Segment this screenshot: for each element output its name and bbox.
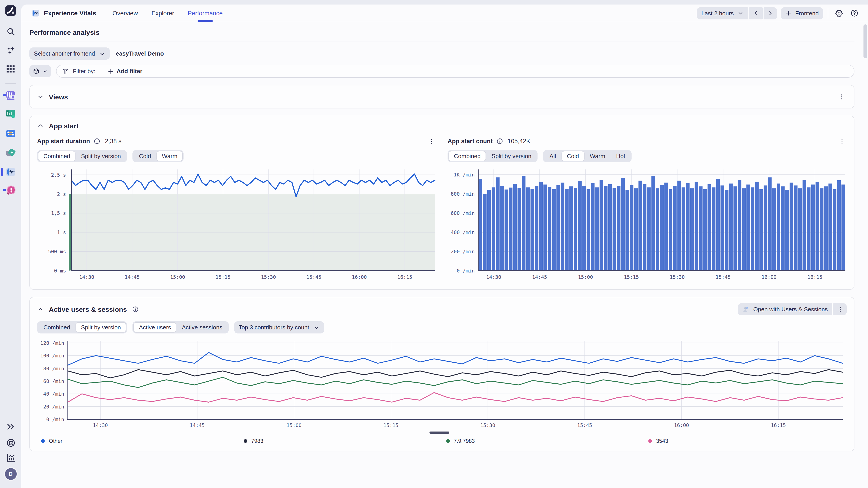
legend-item-3543[interactable]: 3543 [645,438,847,444]
main-window: Experience Vitals Overview Explorer Perf… [21,4,868,488]
svg-text:16:00: 16:00 [762,274,776,280]
segment-split-by-version[interactable]: Split by version [76,151,126,161]
cube-icon [33,68,40,75]
segment-cold[interactable]: Cold [133,151,157,161]
expand-rail-icon[interactable] [0,422,21,431]
segment-split-by-version[interactable]: Split by version [76,322,126,332]
add-frontend-button[interactable]: Frontend [781,7,823,19]
segment-all[interactable]: All [544,151,561,161]
collapse-chevron-down-icon[interactable] [37,93,44,100]
svg-text:40 /min: 40 /min [43,391,64,397]
svg-text:800 /min: 800 /min [451,191,475,197]
duration-value: 2,38 s [105,138,122,144]
active-kebab-menu[interactable] [833,303,847,315]
svg-text:14:45: 14:45 [190,422,205,428]
svg-text:15:30: 15:30 [261,274,276,280]
tab-overview[interactable]: Overview [112,10,138,17]
apps-grid-icon[interactable] [0,64,21,74]
segmented-control: CombinedSplit by version [447,150,538,162]
svg-text:2,5 s: 2,5 s [51,172,66,178]
segment-hot[interactable]: Hot [611,151,631,161]
svg-text:80 /min: 80 /min [43,366,64,371]
duration-chart[interactable]: 2,5 s2 s1,5 s1 s500 ms0 ms14:3014:4515:0… [37,167,437,283]
chevron-down-icon [42,68,48,74]
app-icon-experience-vitals-active[interactable] [0,166,21,177]
app-icon-problems[interactable] [0,185,21,196]
app-icon-dashboards[interactable] [0,108,21,120]
legend-label: Other [49,438,62,444]
settings-gear-icon[interactable] [833,7,845,20]
legend-dot [41,439,45,443]
info-icon[interactable] [94,138,100,144]
svg-text:15:15: 15:15 [215,274,230,280]
segment-cold[interactable]: Cold [561,151,585,161]
help-icon[interactable] [848,7,861,20]
count-value: 105,42K [508,138,530,144]
user-avatar[interactable]: D [0,468,21,480]
tab-performance[interactable]: Performance [188,10,223,17]
select-frontend-label: Select another frontend [34,50,95,57]
experience-vitals-app: D Experience Vitals Overview Explorer Pe… [0,0,868,488]
app-icon-workflows[interactable] [0,128,21,139]
collapse-chevron-up-icon[interactable] [37,306,44,313]
support-lifebuoy-icon[interactable] [0,438,21,448]
scope-cube-dropdown[interactable] [29,65,51,77]
rail-divider [5,83,16,84]
select-frontend-dropdown[interactable]: Select another frontend [29,47,110,60]
app-icon-clouds[interactable] [0,147,21,158]
dynatrace-logo-icon[interactable] [0,4,21,17]
views-section: Views [29,85,855,108]
app-start-count-panel: App start count 105,42K CombinedSplit by… [447,136,847,283]
chevron-right-icon [767,10,774,16]
segment-active-users[interactable]: Active users [133,322,177,332]
search-icon[interactable] [0,27,21,37]
svg-text:15:15: 15:15 [624,274,639,280]
segment-active-sessions[interactable]: Active sessions [176,322,228,332]
time-forward-button[interactable] [764,7,777,19]
duration-kebab-menu[interactable] [426,135,437,147]
contributors-dropdown[interactable]: Top 3 contributors by count [234,321,324,333]
plus-icon [785,10,792,16]
info-icon[interactable] [496,138,503,144]
segment-combined[interactable]: Combined [448,151,486,161]
ai-sparkles-icon[interactable] [0,45,21,55]
legend-item-other[interactable]: Other [37,438,240,444]
chevron-down-icon [99,51,105,57]
open-with-users-sessions-button[interactable]: Open with Users & Sessions [738,303,832,315]
svg-text:14:45: 14:45 [532,274,547,280]
legend-item-7983[interactable]: 7983 [240,438,442,444]
header-divider [828,8,828,19]
filter-by-label: Filter by: [73,68,95,74]
views-kebab-menu[interactable] [836,91,847,102]
chart-horizontal-scrollbar-thumb[interactable] [430,431,450,434]
count-kebab-menu[interactable] [836,135,847,147]
segment-warm[interactable]: Warm [156,151,183,161]
app-start-title: App start [49,122,79,130]
segment-combined[interactable]: Combined [38,322,76,332]
svg-text:400 /min: 400 /min [451,230,475,235]
vertical-scrollbar-thumb[interactable] [864,24,867,58]
svg-text:0 /min: 0 /min [457,268,475,273]
count-chart[interactable]: 1K /min800 /min600 /min400 /min200 /min0… [447,167,847,283]
active-users-chart[interactable]: 120 /min100 /min80 /min60 /min40 /min20 … [37,338,847,430]
collapse-chevron-up-icon[interactable] [37,123,44,129]
chart-legend: Other79837.9.79833543 [37,438,847,444]
page-content: Performance analysis Select another fron… [21,22,868,488]
legend-item-7-9-7983[interactable]: 7.9.7983 [442,438,645,444]
filter-bar[interactable]: Filter by: Add filter [56,65,855,78]
segment-split-by-version[interactable]: Split by version [486,151,537,161]
time-range-selector[interactable]: Last 2 hours [697,7,748,19]
tab-explorer[interactable]: Explorer [151,10,174,17]
open-with-group: Open with Users & Sessions [738,303,847,315]
segment-combined[interactable]: Combined [38,151,76,161]
info-icon[interactable] [132,306,138,313]
add-filter-label: Add filter [117,68,143,74]
active-users-title: Active users & sessions [49,305,127,313]
segment-warm[interactable]: Warm [584,151,611,161]
insights-chart-icon[interactable] [0,453,21,463]
add-filter-button[interactable]: Add filter [107,68,143,74]
time-back-button[interactable] [749,7,763,19]
app-icon-infrastructure[interactable] [0,90,21,101]
svg-text:1 s: 1 s [57,230,66,235]
legend-dot [649,439,652,443]
